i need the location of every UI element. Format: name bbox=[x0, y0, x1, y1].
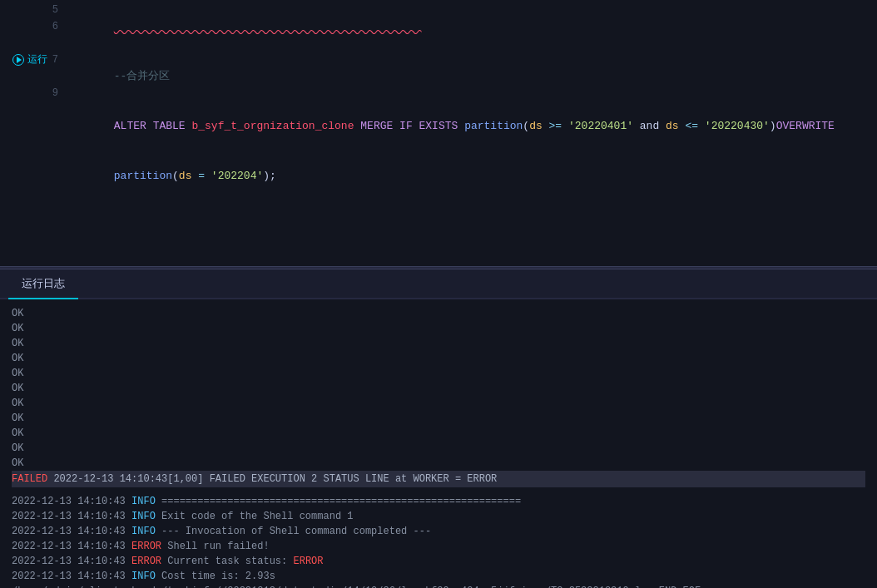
line-num-9: 9 bbox=[8, 85, 58, 101]
failed-text: FAILED bbox=[12, 473, 47, 485]
log-line-ok-1: OK bbox=[12, 306, 865, 321]
line-number: 9 bbox=[52, 85, 58, 101]
line-number: 6 bbox=[52, 18, 58, 35]
log-line-ok-5: OK bbox=[12, 366, 865, 381]
log-panel: 运行日志 OK OK OK OK OK OK OK OK OK OK OK FA… bbox=[0, 269, 877, 588]
log-line-ok-11: OK bbox=[12, 456, 865, 471]
log-line-ok-6: OK bbox=[12, 381, 865, 396]
line-num-5: 5 bbox=[8, 2, 58, 18]
comment-text: --合并分区 bbox=[114, 70, 171, 82]
tab-run-log[interactable]: 运行日志 bbox=[8, 269, 78, 299]
run-icon bbox=[12, 54, 24, 66]
code-line-6: --合并分区 bbox=[75, 52, 869, 101]
code-editor[interactable]: --合并分区 ALTER TABLE b_syf_t_orgnization_c… bbox=[67, 0, 877, 266]
log-content[interactable]: OK OK OK OK OK OK OK OK OK OK OK FAILED … bbox=[0, 299, 877, 588]
log-entry-6: 2022-12-13 14:10:43 INFO Cost time is: 2… bbox=[12, 569, 865, 584]
line-number: 5 bbox=[52, 2, 58, 18]
tab-run-log-label: 运行日志 bbox=[22, 278, 65, 290]
editor-area: 5 6 运行 7 9 bbox=[0, 0, 877, 266]
log-line-ok-4: OK bbox=[12, 351, 865, 366]
log-entry-4: 2022-12-13 14:10:43 ERROR Shell run fail… bbox=[12, 539, 865, 554]
line-numbers: 5 6 运行 7 9 bbox=[0, 0, 67, 266]
log-entry-1: 2022-12-13 14:10:43 INFO ===============… bbox=[12, 494, 865, 509]
run-button[interactable]: 运行 bbox=[12, 52, 47, 68]
code-line-7-cont: partition(ds = '202204'); bbox=[75, 151, 869, 201]
log-line-highlighted: FAILED 2022-12-13 14:10:43[1,00] FAILED … bbox=[12, 471, 865, 487]
code-line-9 bbox=[75, 201, 869, 218]
log-entry-5: 2022-12-13 14:10:43 ERROR Current task s… bbox=[12, 554, 865, 569]
line-num-7: 运行 7 bbox=[8, 35, 58, 68]
log-entry-3: 2022-12-13 14:10:43 INFO --- Invocation … bbox=[12, 524, 865, 539]
log-line-ok-8: OK bbox=[12, 411, 865, 426]
line-num-6: 6 bbox=[8, 18, 58, 35]
log-line-ok-9: OK bbox=[12, 426, 865, 441]
log-entry-2: 2022-12-13 14:10:43 INFO Exit code of th… bbox=[12, 509, 865, 524]
failed-details: 2022-12-13 14:10:43[1,00] FAILED EXECUTI… bbox=[53, 473, 497, 485]
log-footer-path: /home/admin/alisatasknode/taskinfo//2022… bbox=[12, 584, 865, 588]
log-line-ok-3: OK bbox=[12, 336, 865, 351]
log-tabs: 运行日志 bbox=[0, 269, 877, 299]
code-line-5 bbox=[75, 2, 869, 52]
log-line-ok-7: OK bbox=[12, 396, 865, 411]
log-line-ok-10: OK bbox=[12, 441, 865, 456]
line-number: 7 bbox=[52, 52, 58, 68]
code-line-7: ALTER TABLE b_syf_t_orgnization_clone ME… bbox=[75, 101, 869, 151]
run-label: 运行 bbox=[27, 52, 47, 68]
log-line-ok-2: OK bbox=[12, 321, 865, 336]
